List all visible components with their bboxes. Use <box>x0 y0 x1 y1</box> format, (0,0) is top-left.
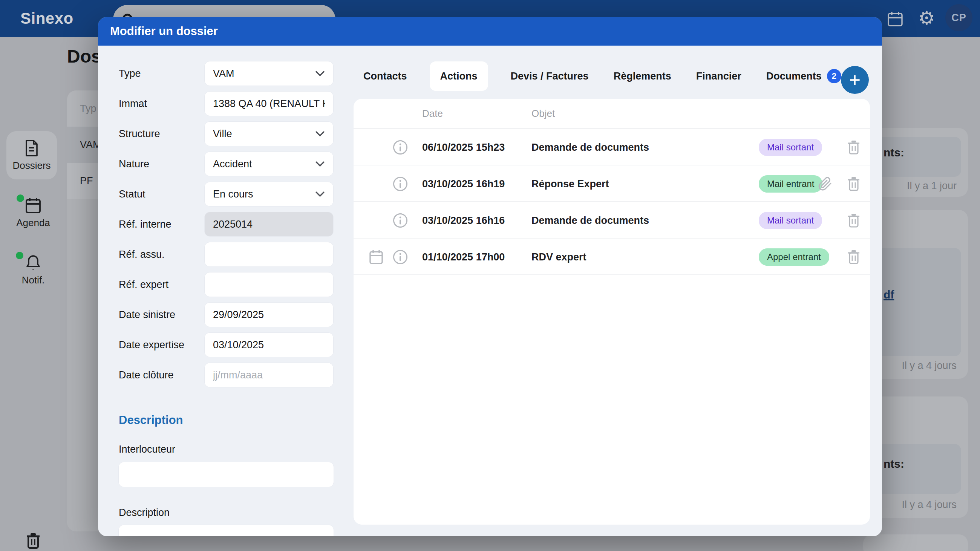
calendar-icon[interactable] <box>887 11 903 27</box>
form-field-row: Immat1388 QA 40 (RENAULT KA <box>98 92 354 116</box>
notification-dot <box>16 252 23 259</box>
info-icon[interactable] <box>393 249 408 265</box>
notification-dot <box>17 194 24 202</box>
action-row[interactable]: 03/10/2025 16h16Demande de documentsMail… <box>353 201 870 238</box>
input-date-cl-ture[interactable]: jj/mm/aaaa <box>205 363 333 387</box>
action-date: 03/10/2025 16h19 <box>422 178 505 190</box>
field-label: Immat <box>119 98 147 110</box>
attachment-link[interactable]: df <box>883 288 894 301</box>
form-field-row: Date expertise03/10/2025 <box>98 333 354 357</box>
select-structure[interactable]: Ville <box>205 122 333 146</box>
sidebar-item-agenda[interactable]: Agenda <box>0 197 66 229</box>
form-field-row: Date sinistre29/09/2025 <box>98 303 354 327</box>
field-label: Statut <box>119 189 145 200</box>
input-immat[interactable]: 1388 QA 40 (RENAULT KA <box>205 92 333 116</box>
description-section-heading: Description <box>119 413 183 427</box>
delete-icon[interactable] <box>846 176 861 192</box>
select-statut[interactable]: En cours <box>205 182 333 206</box>
action-row[interactable]: 01/10/2025 17h00RDV expertAppel entrant <box>353 238 870 275</box>
form-field-row: Réf. expert <box>98 273 354 297</box>
field-label: Réf. expert <box>119 279 169 291</box>
avatar[interactable]: CP <box>945 4 972 31</box>
trash-icon <box>25 532 41 549</box>
field-label: Réf. assu. <box>119 249 165 260</box>
gear-icon[interactable]: ⚙ <box>918 6 935 30</box>
form-field-row: NatureAccident <box>98 152 354 176</box>
field-label: Date clôture <box>119 369 174 381</box>
description-textarea[interactable] <box>119 525 334 536</box>
modal-header: Modifier un dossier <box>98 17 882 46</box>
modal-tabs: ContactsActionsDevis / FacturesRèglement… <box>361 59 843 93</box>
field-value: 2025014 <box>213 219 325 230</box>
action-type-badge: Mail sortant <box>759 139 822 156</box>
select-type[interactable]: VAM <box>205 62 333 86</box>
activity-snippet: nts: <box>883 146 904 159</box>
info-icon[interactable] <box>393 213 408 228</box>
chevron-down-icon <box>315 191 325 197</box>
sidebar: DossiersAgendaNotif.Archives <box>0 37 66 551</box>
column-header-date: Date <box>422 99 443 128</box>
field-label: Type <box>119 68 141 79</box>
action-objet: Demande de documents <box>531 214 649 226</box>
action-date: 03/10/2025 16h16 <box>422 214 505 226</box>
form-field-row: StatutEn cours <box>98 182 354 206</box>
form-field-row: StructureVille <box>98 122 354 146</box>
input-r-f-expert[interactable] <box>205 273 333 297</box>
tab-label: Contacts <box>363 70 407 82</box>
action-objet: Demande de documents <box>531 141 649 153</box>
paperclip-icon[interactable] <box>818 176 832 191</box>
chevron-down-icon <box>315 131 325 137</box>
tab-devis-factures[interactable]: Devis / Factures <box>509 62 591 91</box>
form-field-row: Réf. assu. <box>98 242 354 267</box>
field-label: Date sinistre <box>119 309 175 321</box>
sidebar-item-label: Agenda <box>16 217 50 229</box>
modal-modifier-dossier: Modifier un dossier TypeVAMImmat1388 QA … <box>98 17 882 536</box>
chevron-down-icon <box>315 70 325 76</box>
calendar-icon[interactable] <box>369 249 384 265</box>
input-r-f-assu-[interactable] <box>205 242 333 267</box>
modal-title: Modifier un dossier <box>110 24 218 38</box>
tab-r-glements[interactable]: Règlements <box>611 62 674 91</box>
row-divider <box>353 275 870 275</box>
sidebar-item-label: Notif. <box>22 275 45 286</box>
action-objet: Réponse Expert <box>531 178 609 190</box>
sidebar-item-notif[interactable]: Notif. <box>0 254 66 286</box>
activity-card <box>863 534 968 551</box>
page-title: Dos <box>67 46 102 67</box>
action-type-badge: Mail entrant <box>759 175 822 192</box>
interlocuteur-input[interactable] <box>119 462 334 487</box>
tab-documents[interactable]: Documents2 <box>764 62 843 91</box>
field-label: Structure <box>119 128 160 140</box>
form-field-row: Réf. interne2025014 <box>98 212 354 236</box>
info-icon[interactable] <box>393 140 408 155</box>
info-icon[interactable] <box>393 176 408 191</box>
action-row[interactable]: 03/10/2025 16h19Réponse ExpertMail entra… <box>353 165 870 202</box>
field-value: 03/10/2025 <box>213 339 325 351</box>
form-field-row: Date clôturejj/mm/aaaa <box>98 363 354 387</box>
field-value: Accident <box>213 158 313 170</box>
tab-actions[interactable]: Actions <box>430 62 488 91</box>
delete-icon[interactable] <box>846 249 861 265</box>
sidebar-item-label: Dossiers <box>13 160 51 171</box>
delete-icon[interactable] <box>846 140 861 155</box>
activity-snippet: nts: <box>883 457 904 470</box>
input-date-expertise[interactable]: 03/10/2025 <box>205 333 333 357</box>
tab-label: Devis / Factures <box>511 70 589 82</box>
bell-icon <box>25 254 41 272</box>
select-nature[interactable]: Accident <box>205 152 333 176</box>
delete-icon[interactable] <box>846 213 861 229</box>
input-date-sinistre[interactable]: 29/09/2025 <box>205 303 333 327</box>
action-row[interactable]: 06/10/2025 15h23Demande de documentsMail… <box>353 128 870 165</box>
add-action-button[interactable]: + <box>841 66 869 94</box>
activity-timestamp: Il y a 1 jour <box>907 180 957 192</box>
action-date: 01/10/2025 17h00 <box>422 251 505 263</box>
actions-table: Date Objet 06/10/2025 15h23Demande de do… <box>353 99 870 525</box>
document-icon <box>24 140 40 157</box>
tab-financier[interactable]: Financier <box>694 62 744 91</box>
app-logo[interactable]: Sinexo <box>21 0 73 37</box>
sidebar-item-archives[interactable]: Archives <box>0 532 66 551</box>
sidebar-item-dossiers[interactable]: Dossiers <box>6 131 57 179</box>
description-label: Description <box>119 507 170 519</box>
action-objet: RDV expert <box>531 251 587 263</box>
tab-contacts[interactable]: Contacts <box>361 62 409 91</box>
